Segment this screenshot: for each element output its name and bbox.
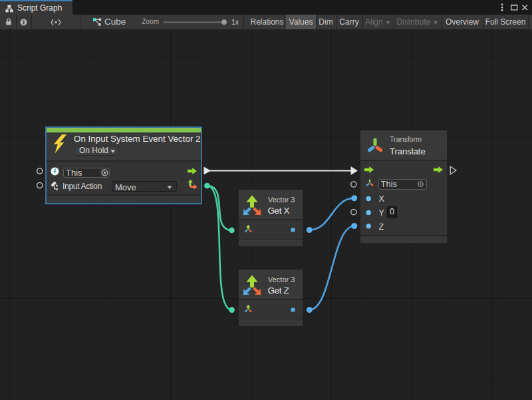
svg-text:1x: 1x [231,18,239,26]
